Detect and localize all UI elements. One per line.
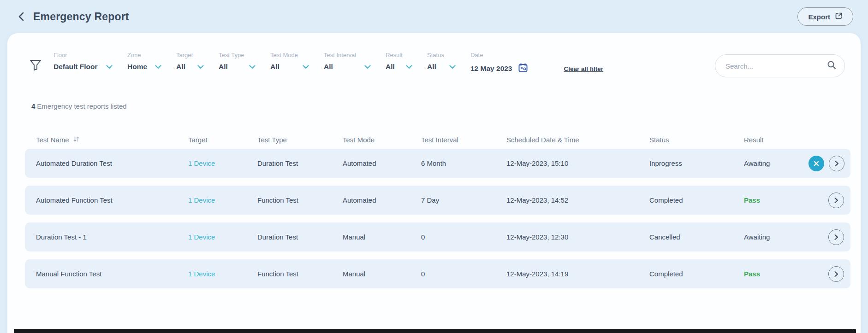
- filter-result-value: All: [386, 63, 395, 71]
- filter-test-interval-value: All: [324, 63, 333, 71]
- filter-test-type-value: All: [219, 63, 228, 71]
- filter-floor-label: Floor: [54, 52, 113, 58]
- table-header-row: Test Name Target Test Type Test Mode Tes…: [25, 130, 850, 149]
- filter-status-label: Status: [427, 52, 456, 58]
- row-test-interval: 7 Day: [421, 196, 506, 204]
- row-test-type: Function Test: [257, 270, 343, 278]
- column-header-test-name[interactable]: Test Name: [36, 136, 188, 144]
- cancel-test-button[interactable]: [809, 156, 824, 171]
- filter-test-type-label: Test Type: [219, 52, 256, 58]
- filter-floor-dropdown[interactable]: Default Floor: [54, 63, 113, 71]
- column-header-target: Target: [188, 136, 257, 144]
- chevron-down-icon: [197, 63, 204, 71]
- filter-test-type-dropdown[interactable]: All: [219, 63, 256, 71]
- row-status: Cancelled: [649, 233, 744, 241]
- filter-status: Status All: [427, 52, 456, 71]
- row-target-link[interactable]: 1 Device: [188, 159, 257, 167]
- filter-floor-value: Default Floor: [54, 63, 98, 71]
- filter-date-label: Date: [470, 52, 528, 58]
- filter-zone-label: Zone: [127, 52, 161, 58]
- chevron-down-icon: [303, 63, 309, 71]
- filter-test-mode: Test Mode All: [270, 52, 309, 71]
- open-row-button[interactable]: [828, 193, 844, 208]
- search-box: [715, 54, 845, 77]
- filter-floor: Floor Default Floor: [54, 52, 113, 71]
- filter-test-mode-value: All: [270, 63, 279, 71]
- filter-date-picker[interactable]: 12 May 2023: [470, 63, 528, 75]
- filter-test-interval: Test Interval All: [324, 52, 371, 71]
- filter-test-interval-label: Test Interval: [324, 52, 371, 58]
- row-target-link[interactable]: 1 Device: [188, 196, 257, 204]
- chevron-down-icon: [406, 63, 412, 71]
- row-target-link[interactable]: 1 Device: [188, 270, 257, 278]
- filter-target-value: All: [176, 63, 185, 71]
- filter-test-type: Test Type All: [219, 52, 256, 71]
- row-result: Awaiting: [744, 159, 809, 167]
- row-status: Completed: [649, 196, 744, 204]
- column-header-status: Status: [649, 136, 744, 144]
- row-test-name: Duration Test - 1: [36, 233, 188, 241]
- row-status: Inprogress: [649, 159, 744, 167]
- filter-result-label: Result: [386, 52, 412, 58]
- search-icon[interactable]: [827, 60, 836, 71]
- report-count-text: Emergency test reports listed: [37, 102, 126, 110]
- chevron-down-icon: [249, 63, 256, 71]
- row-test-name: Automated Function Test: [36, 196, 188, 204]
- filter-test-interval-dropdown[interactable]: All: [324, 63, 371, 71]
- row-test-mode: Manual: [343, 270, 421, 278]
- row-actions: [809, 266, 850, 282]
- chevron-down-icon: [106, 63, 113, 71]
- chevron-down-icon: [364, 63, 371, 71]
- row-test-type: Function Test: [257, 196, 343, 204]
- filter-zone-dropdown[interactable]: Home: [127, 63, 161, 71]
- table-row[interactable]: Automated Duration Test 1 Device Duratio…: [25, 149, 850, 178]
- row-test-type: Duration Test: [257, 159, 343, 167]
- filter-target: Target All: [176, 52, 204, 71]
- column-header-test-type: Test Type: [257, 136, 343, 144]
- report-count: 4: [31, 102, 35, 110]
- back-icon[interactable]: [15, 10, 28, 23]
- row-actions: [809, 229, 850, 245]
- calendar-icon: [518, 63, 528, 75]
- clear-all-filter-link[interactable]: Clear all filter: [564, 65, 604, 72]
- filter-zone: Zone Home: [127, 52, 161, 71]
- row-target-link[interactable]: 1 Device: [188, 233, 257, 241]
- column-header-result: Result: [744, 136, 809, 144]
- report-card: Floor Default Floor Zone Home Target All…: [7, 33, 861, 333]
- row-scheduled: 12-May-2023, 12:30: [506, 233, 649, 241]
- filter-status-value: All: [427, 63, 436, 71]
- row-actions: [809, 193, 850, 208]
- row-test-interval: 0: [421, 270, 506, 278]
- sort-icon[interactable]: [73, 136, 80, 144]
- row-scheduled: 12-May-2023, 14:19: [506, 270, 649, 278]
- open-row-button[interactable]: [829, 156, 844, 171]
- filter-status-dropdown[interactable]: All: [427, 63, 456, 71]
- open-row-button[interactable]: [828, 229, 844, 245]
- row-status: Completed: [649, 270, 744, 278]
- chevron-down-icon: [449, 63, 456, 71]
- row-test-type: Duration Test: [257, 233, 343, 241]
- filter-target-label: Target: [176, 52, 204, 58]
- filter-result-dropdown[interactable]: All: [386, 63, 412, 71]
- page-title: Emergency Report: [33, 11, 129, 23]
- filter-target-dropdown[interactable]: All: [176, 63, 204, 71]
- row-actions: [809, 156, 851, 171]
- table-row[interactable]: Manual Function Test 1 Device Function T…: [25, 259, 850, 288]
- table-row[interactable]: Duration Test - 1 1 Device Duration Test…: [25, 222, 850, 251]
- row-scheduled: 12-May-2023, 15:10: [506, 159, 649, 167]
- row-test-mode: Automated: [343, 196, 421, 204]
- bottom-edge-bar: [14, 329, 856, 333]
- row-scheduled: 12-May-2023, 14:52: [506, 196, 649, 204]
- filter-result: Result All: [386, 52, 412, 71]
- top-bar: Emergency Report Export: [0, 0, 868, 33]
- table-row[interactable]: Automated Function Test 1 Device Functio…: [25, 186, 850, 215]
- column-header-test-mode: Test Mode: [343, 136, 421, 144]
- filter-test-mode-dropdown[interactable]: All: [270, 63, 309, 71]
- search-input[interactable]: [725, 62, 827, 70]
- filter-date: Date 12 May 2023: [470, 52, 528, 75]
- export-button[interactable]: Export: [797, 7, 853, 26]
- chevron-down-icon: [155, 63, 161, 71]
- row-result: Pass: [744, 270, 809, 278]
- row-test-interval: 6 Month: [421, 159, 506, 167]
- open-row-button[interactable]: [828, 266, 844, 282]
